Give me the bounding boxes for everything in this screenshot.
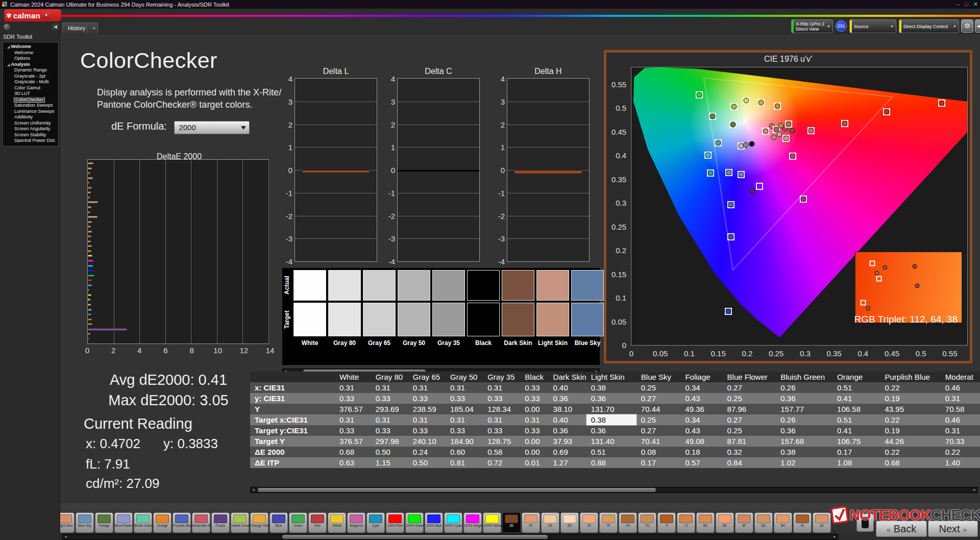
patch-button-100-cyan[interactable]: 100% Cyan	[444, 512, 462, 533]
patch-button-7j[interactable]: 7J	[677, 512, 695, 533]
scroll-left-icon[interactable]: ◄	[63, 534, 68, 539]
patch-button-foliage[interactable]: Foliage	[95, 512, 113, 533]
patch-button-magenta[interactable]: Magenta	[347, 512, 365, 533]
patch-button-8g[interactable]: 8G	[754, 512, 773, 533]
patch-button-orange[interactable]: Orange	[153, 512, 172, 533]
sidebar-item-luminance-sweeps[interactable]: Luminance Sweeps	[3, 109, 58, 115]
display-control-dropdown[interactable]: Direct Display Control ▼	[899, 19, 959, 33]
patch-button-100-yellow[interactable]: 100% Yellow	[483, 512, 501, 533]
y-tick-label: -3	[286, 234, 292, 243]
patch-button-5d[interactable]: 5D	[560, 512, 579, 533]
cie-measured-dot	[705, 152, 711, 158]
sidebar-item-options[interactable]: Options	[3, 56, 58, 62]
patch-button-8h[interactable]: 8H	[774, 512, 792, 533]
y-tick-label: 1	[501, 143, 505, 152]
scroll-left-icon[interactable]: ◄	[251, 487, 256, 493]
patch-button-100-blue[interactable]: 100% Blue	[425, 512, 443, 533]
patch-button-7e[interactable]: 7E	[580, 512, 598, 533]
sidebar-item-dynamic-range[interactable]: Dynamic Range	[3, 67, 58, 73]
sidebar-item-welcome[interactable]: ◢Welcome	[3, 44, 58, 50]
sidebar-item-spectral-power-dist-[interactable]: Spectral Power Dist.	[3, 138, 58, 144]
inset-measured-dot	[874, 271, 879, 276]
patch-button-bluish-green[interactable]: Bluish Green	[134, 512, 152, 533]
table-cell: 0.33	[371, 425, 408, 436]
sidebar-item-welcome[interactable]: Welcome	[3, 50, 58, 56]
patch-button-red[interactable]: Red	[308, 512, 327, 533]
patch-button-2f[interactable]: 2F	[522, 512, 540, 533]
patch-button-8f[interactable]: 8F	[735, 512, 753, 533]
workflow-radio-icon[interactable]	[4, 23, 10, 30]
patch-button-100-red[interactable]: 100% Red	[386, 512, 404, 533]
sidebar-item-screen-angularity[interactable]: Screen Angularity	[3, 126, 58, 132]
patch-button-blue[interactable]: Blue	[270, 512, 288, 533]
patch-button-purple[interactable]: Purple	[211, 512, 230, 533]
scroll-right-icon[interactable]: ►	[832, 534, 838, 539]
patch-button-7i[interactable]: 7I	[657, 512, 676, 533]
logo-dropdown-arrow-icon[interactable]: ▼	[43, 12, 50, 19]
y-tick-label: 2	[288, 120, 292, 129]
patch-button-8i[interactable]: 8I	[793, 512, 812, 533]
table-cell: 0.31	[335, 414, 371, 425]
table-row: Y376.57293.69238.59185.04128.340.0038.10…	[250, 404, 980, 414]
patch-button-cyan[interactable]: Cyan	[366, 512, 385, 533]
chevron-down-icon: ▼	[953, 24, 959, 28]
swatch-target-blue-sky	[571, 303, 604, 336]
patch-button-yellow[interactable]: Yellow	[328, 512, 346, 533]
add-tab-button[interactable]: +	[87, 22, 98, 34]
close-button[interactable]: ✕	[973, 1, 978, 8]
sidebar-collapse-icon[interactable]: ◀	[52, 23, 59, 30]
table-scrollbar[interactable]: ◄ ►	[250, 487, 978, 493]
patch-button-blue-flower[interactable]: Blue Flower	[114, 512, 133, 533]
settings-gear-button[interactable]: ⚙	[961, 19, 973, 33]
maximize-button[interactable]: □	[965, 1, 968, 8]
patch-button-light-skin[interactable]: Light Skin	[60, 512, 75, 533]
table-cell: 49.08	[680, 436, 722, 447]
deltae-x-axis: 02468101214	[87, 346, 270, 355]
meter-dropdown[interactable]: X-Rite i1Pro 2Direct View ▼	[791, 19, 833, 33]
sidebar-item-saturation-sweeps[interactable]: Saturation Sweeps	[3, 103, 58, 109]
calman-logo-button[interactable]: ✾ calman ▼	[4, 9, 61, 21]
patch-button-orange-yellow[interactable]: Orange Yellow	[250, 512, 268, 533]
patch-button-7h[interactable]: 7H	[638, 512, 656, 533]
cie-measured-dot	[728, 234, 733, 239]
patch-button-7f[interactable]: 7F	[599, 512, 618, 533]
patch-button-100-green[interactable]: 100% Green	[405, 512, 424, 533]
patch-button-8j[interactable]: 8J	[813, 512, 831, 533]
patch-button-8e[interactable]: 8E	[716, 512, 734, 533]
patch-button-8d[interactable]: 8D	[696, 512, 715, 533]
table-cell: 297.98	[371, 436, 408, 447]
sidebar-item-grayscale-2pt[interactable]: Grayscale - 2pt	[3, 73, 58, 80]
deltae-bar	[88, 216, 97, 218]
sidebar-item-grayscale-multi[interactable]: Grayscale - Multi	[3, 79, 58, 85]
gridline	[507, 102, 589, 102]
collapse-panel-button[interactable]: ◂	[975, 19, 980, 33]
sidebar-item-analysis[interactable]: ◢Analysis	[3, 62, 58, 68]
patch-button-purplish-blue[interactable]: Purplish Blue	[173, 512, 191, 533]
sidebar-item-additivity[interactable]: Additivity	[3, 114, 58, 120]
patch-button-2e[interactable]: 2E	[502, 512, 521, 533]
sidebar-item-screen-stability[interactable]: Screen Stability	[3, 132, 58, 138]
patch-button-blue-sky[interactable]: Blue Sky	[76, 512, 94, 533]
patch-button-100-magenta[interactable]: 100% Magenta	[463, 512, 482, 533]
swatch-actual-gray-65	[363, 270, 396, 301]
sidebar-item-colorchecker[interactable]: ColorChecker	[3, 97, 58, 103]
scroll-right-icon[interactable]: ►	[972, 487, 977, 493]
meter-count-badge[interactable]: 231	[836, 20, 847, 32]
patch-label: Yellow Green	[231, 524, 249, 527]
de-formula-select[interactable]: 2000	[174, 121, 250, 134]
patch-button-7g[interactable]: 7G	[619, 512, 637, 533]
patch-strip-scrollbar[interactable]: ◄ ►	[62, 534, 838, 540]
sidebar-item-screen-uniformity[interactable]: Screen Uniformity	[3, 120, 58, 127]
sidebar-item-3d-lut[interactable]: 3D LUT	[3, 91, 58, 97]
notebookcheck-check-icon	[830, 505, 849, 525]
gridline	[268, 160, 269, 343]
minimize-button[interactable]: –	[957, 1, 960, 8]
sidebar-item-color-gamut[interactable]: Color Gamut	[3, 85, 58, 91]
patch-button-green[interactable]: Green	[289, 512, 307, 533]
patch-button-yellow-green[interactable]: Yellow Green	[231, 512, 249, 533]
patch-button-moderate-red[interactable]: Moderate Red	[192, 512, 210, 533]
patch-color-chip	[815, 514, 828, 523]
source-dropdown[interactable]: Source ▼	[849, 19, 896, 33]
patch-button-2k[interactable]: 2K	[541, 512, 559, 533]
patch-color-chip	[563, 514, 576, 523]
